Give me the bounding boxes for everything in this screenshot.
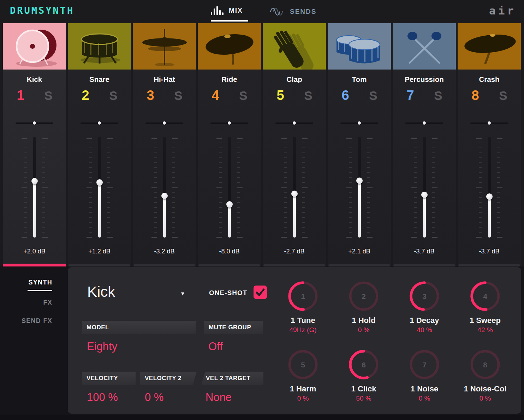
fader-handle[interactable]	[161, 193, 168, 199]
knob-dial[interactable]: 6	[346, 347, 381, 382]
fader-handle[interactable]	[226, 201, 233, 208]
one-shot-checkbox[interactable]	[254, 286, 267, 299]
solo-button[interactable]: S	[105, 88, 122, 103]
sidebar-item-send-fx[interactable]: SEND FX	[0, 317, 52, 325]
pan-slider[interactable]	[145, 119, 183, 127]
solo-button[interactable]: S	[299, 88, 317, 103]
fader-tick	[154, 227, 157, 228]
channel-image-crash[interactable]	[458, 23, 521, 70]
velocity2-value[interactable]: 0 %	[145, 391, 163, 404]
solo-button[interactable]: S	[429, 88, 447, 103]
knob-1-noise-col[interactable]: 81 Noise-Col0 %	[455, 347, 516, 403]
fader-tick	[219, 222, 222, 223]
svg-text:6: 6	[362, 361, 366, 369]
knob-dial[interactable]: 1	[285, 278, 321, 314]
knob-dial[interactable]: 8	[468, 347, 503, 382]
knob-dial[interactable]: 4	[468, 278, 503, 314]
knob-1-sweep[interactable]: 41 Sweep42 %	[455, 278, 516, 334]
channel-image-kick[interactable]	[3, 23, 66, 70]
fader-tick	[107, 162, 110, 163]
channel-strip-snare[interactable]: Snare2S+1.2 dB	[68, 23, 131, 266]
fader-tick	[432, 227, 435, 228]
pan-handle[interactable]	[488, 121, 491, 125]
solo-button[interactable]: S	[494, 88, 512, 103]
pan-slider[interactable]	[81, 119, 118, 127]
solo-button[interactable]: S	[364, 88, 382, 103]
fader-tick	[497, 182, 500, 183]
pan-slider[interactable]	[470, 119, 508, 127]
knob-1-click[interactable]: 61 Click50 %	[333, 347, 394, 403]
knob-1-hold[interactable]: 21 Hold0 %	[333, 278, 394, 334]
sidebar-item-synth[interactable]: SYNTH	[0, 279, 52, 286]
volume-fader[interactable]	[68, 137, 131, 238]
channel-image-tom[interactable]	[328, 23, 391, 70]
channel-strip-clap[interactable]: Clap5S-2.7 dB	[263, 23, 326, 266]
fader-tick	[497, 237, 502, 238]
channel-strip-kick[interactable]: Kick1S+2.0 dB	[3, 23, 66, 266]
pan-slider[interactable]	[405, 119, 443, 127]
channel-image-ride[interactable]	[198, 23, 261, 70]
fader-tick	[42, 207, 45, 208]
pan-slider[interactable]	[16, 119, 53, 127]
channel-image-clap[interactable]	[263, 23, 326, 70]
pan-handle[interactable]	[33, 121, 36, 125]
channel-image-hihat[interactable]	[133, 23, 196, 70]
pan-handle[interactable]	[228, 121, 231, 125]
volume-fader[interactable]	[458, 137, 521, 238]
pan-handle[interactable]	[358, 121, 361, 125]
channel-strip-tom[interactable]: Tom6S+2.1 dB	[328, 23, 391, 266]
channel-strip-ride[interactable]: Ride4S-8.0 dB	[198, 23, 261, 266]
knob-dial[interactable]: 7	[407, 347, 442, 382]
fader-handle[interactable]	[31, 178, 38, 184]
fader-tick	[89, 222, 92, 223]
pan-handle[interactable]	[423, 121, 426, 125]
fader-handle[interactable]	[291, 191, 298, 197]
fader-tick	[479, 148, 482, 148]
fader-tick	[432, 162, 435, 163]
fader-handle[interactable]	[486, 193, 493, 200]
fader-tick	[219, 143, 222, 143]
channel-strip-hi-hat[interactable]: Hi-Hat3S-3.2 dB	[133, 23, 196, 266]
fader-tick	[432, 138, 437, 139]
knob-dial[interactable]: 3	[407, 278, 442, 314]
pan-slider[interactable]	[210, 119, 248, 127]
fader-handle[interactable]	[421, 192, 428, 198]
knob-1-tune[interactable]: 11 Tune49Hz (G)	[273, 278, 333, 334]
channel-image-snare[interactable]	[68, 23, 131, 70]
channel-image-perc[interactable]	[393, 23, 456, 70]
channel-strip-percussion[interactable]: Percussion7S-3.7 dB	[393, 23, 456, 266]
model-value[interactable]: Eighty	[87, 340, 117, 353]
volume-fader[interactable]	[3, 137, 66, 238]
pan-handle[interactable]	[98, 121, 101, 125]
velocity-value[interactable]: 100 %	[87, 391, 118, 404]
pan-handle[interactable]	[163, 121, 166, 125]
solo-button[interactable]: S	[40, 88, 57, 103]
volume-fader[interactable]	[393, 137, 456, 238]
knob-1-decay[interactable]: 31 Decay40 %	[394, 278, 455, 334]
volume-fader[interactable]	[198, 137, 261, 238]
solo-button[interactable]: S	[169, 88, 187, 103]
fader-tick	[367, 192, 370, 193]
volume-fader[interactable]	[133, 137, 196, 238]
pan-slider[interactable]	[340, 119, 378, 127]
volume-fader[interactable]	[328, 137, 391, 238]
fader-tick	[284, 148, 287, 148]
mute-group-value[interactable]: Off	[208, 340, 223, 353]
fader-handle[interactable]	[356, 178, 363, 184]
fader-tick	[479, 232, 482, 233]
preset-selector[interactable]: Kick ▼	[87, 283, 115, 300]
knob-dial[interactable]: 5	[285, 347, 321, 382]
svg-text:5: 5	[301, 361, 305, 369]
knob-1-noise[interactable]: 71 Noise0 %	[394, 347, 455, 403]
channel-strip-crash[interactable]: Crash8S-3.7 dB	[458, 23, 521, 266]
solo-button[interactable]: S	[234, 88, 252, 103]
knob-dial[interactable]: 2	[346, 278, 381, 314]
pan-slider[interactable]	[275, 119, 313, 127]
vel2-target-value[interactable]: None	[206, 391, 232, 404]
knob-1-harm[interactable]: 51 Harm0 %	[273, 347, 333, 403]
volume-fader[interactable]	[263, 137, 326, 238]
pan-handle[interactable]	[293, 121, 296, 125]
sidebar-item-fx[interactable]: FX	[0, 299, 52, 306]
fader-handle[interactable]	[96, 179, 103, 186]
svg-text:3: 3	[422, 292, 427, 300]
